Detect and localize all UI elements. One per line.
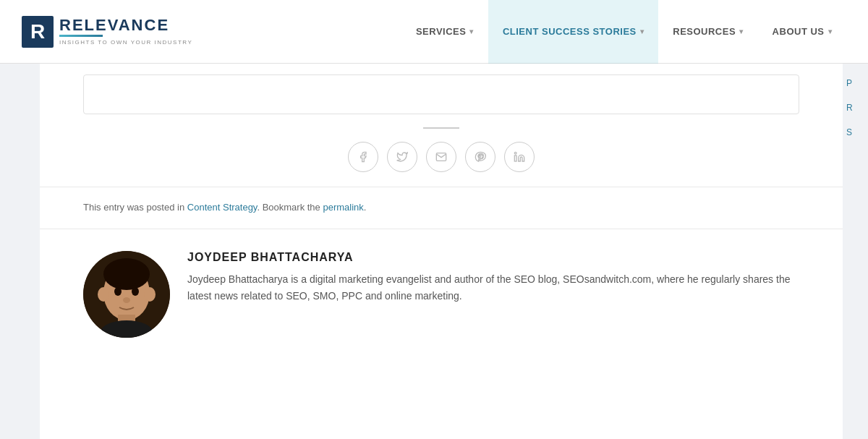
main-wrapper: This entry was posted in Content Strateg… [0,64,868,439]
content-area: This entry was posted in Content Strateg… [40,64,843,439]
nav-item-about-us[interactable]: ABOUT US ▾ [758,0,846,64]
email-share-button[interactable] [426,142,456,172]
category-link[interactable]: Content Strategy [187,202,258,213]
permalink-link[interactable]: permalink [323,202,363,213]
nav-links: SERVICES ▾ CLIENT SUCCESS STORIES ▾ RESO… [401,0,846,64]
chevron-down-icon: ▾ [828,27,833,35]
chevron-down-icon: ▾ [739,27,744,35]
svg-point-6 [144,287,156,302]
twitter-share-button[interactable] [387,142,417,172]
sidebar-link-2[interactable]: R [846,103,853,113]
divider-line [423,127,459,129]
logo[interactable]: R RELEVANCE INSIGHTS TO OWN YOUR INDUSTR… [22,16,192,48]
logo-name: RELEVANCE [59,17,192,33]
logo-underline [59,35,103,37]
nav-item-services[interactable]: SERVICES ▾ [401,0,488,64]
navbar: R RELEVANCE INSIGHTS TO OWN YOUR INDUSTR… [0,0,868,64]
avatar [83,251,170,338]
svg-point-1 [514,152,516,154]
post-info: This entry was posted in Content Strateg… [40,187,843,229]
logo-tagline: INSIGHTS TO OWN YOUR INDUSTRY [59,39,192,46]
chevron-down-icon: ▾ [469,27,474,35]
svg-point-10 [132,287,139,296]
logo-icon: R [22,16,54,48]
left-sidebar [0,64,40,439]
social-share-row [40,142,843,172]
chevron-down-icon: ▾ [640,27,644,35]
svg-point-11 [123,297,130,303]
top-partial-box [83,74,799,114]
author-bio: JOYDEEP BHATTACHARYA Joydeep Bhattachary… [40,229,843,359]
linkedin-share-button[interactable] [504,142,535,172]
pinterest-share-button[interactable] [465,142,495,172]
nav-item-resources[interactable]: RESOURCES ▾ [658,0,757,64]
svg-point-5 [98,287,109,302]
svg-rect-0 [514,155,516,161]
svg-point-4 [103,258,150,290]
author-name: JOYDEEP BHATTACHARYA [187,251,799,264]
author-description: Joydeep Bhattacharya is a digital market… [187,271,799,304]
right-sidebar: P R S [843,64,868,439]
author-info: JOYDEEP BHATTACHARYA Joydeep Bhattachary… [187,251,799,304]
logo-text: RELEVANCE INSIGHTS TO OWN YOUR INDUSTRY [59,17,192,46]
facebook-share-button[interactable] [348,142,378,172]
sidebar-link-3[interactable]: S [846,127,852,137]
nav-item-client-success[interactable]: CLIENT SUCCESS STORIES ▾ [488,0,658,64]
svg-point-9 [114,287,122,296]
sidebar-link-1[interactable]: P [846,78,852,88]
